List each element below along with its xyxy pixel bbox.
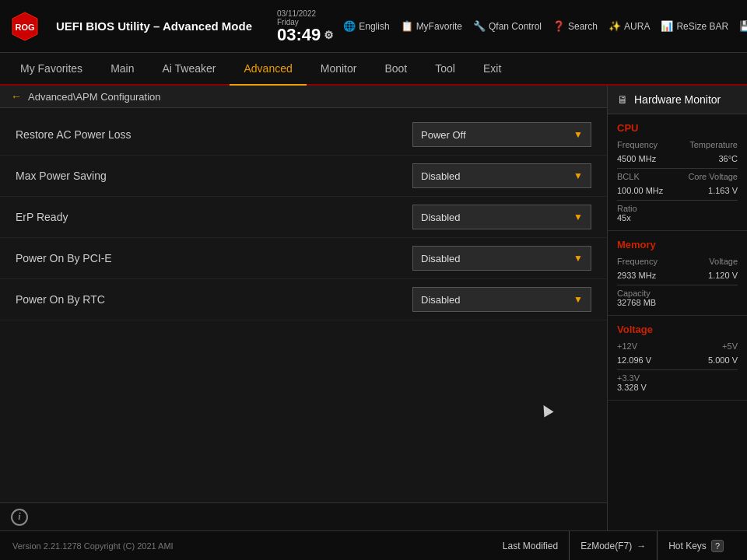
- settings-gear-icon[interactable]: ⚙: [324, 30, 334, 40]
- hw-cpu-bclk-value: 100.00 MHz: [617, 186, 663, 195]
- resizebar-icon: 📊: [661, 20, 673, 32]
- rtc-value: Disabled: [421, 294, 461, 306]
- setting-pcie-control: Disabled ▼: [412, 246, 591, 271]
- nav-aitweaker[interactable]: Ai Tweaker: [148, 53, 230, 86]
- setting-erp-control: Disabled ▼: [412, 205, 591, 229]
- restore-ac-dropdown[interactable]: Power Off ▼: [412, 122, 591, 147]
- hw-mem-cap-value: 32768 MB: [617, 298, 738, 307]
- hw-volt-12-val-row: 12.096 V 5.000 V: [617, 355, 738, 365]
- header-bar: ROG UEFI BIOS Utility – Advanced Mode 03…: [0, 0, 747, 53]
- hw-mem-freq-label: Frequency: [617, 257, 658, 266]
- hw-divider: [617, 168, 738, 169]
- hw-cpu-freq-label: Frequency: [617, 140, 658, 149]
- hotkeys-badge: ?: [711, 540, 724, 552]
- date-display: 03/11/2022 Friday: [277, 9, 334, 26]
- bios-utility-window: ROG UEFI BIOS Utility – Advanced Mode 03…: [0, 0, 747, 560]
- tool-aura[interactable]: ✨ AURA: [608, 20, 650, 32]
- breadcrumb: ← Advanced\APM Configuration: [0, 86, 607, 108]
- hw-volt-33-label: +3.3V: [617, 373, 738, 383]
- dropdown-arrow-icon: ▼: [573, 170, 583, 181]
- dropdown-arrow-icon: ▼: [573, 129, 583, 140]
- qfan-icon: 🔧: [473, 20, 486, 32]
- hw-mem-volt-value: 1.120 V: [708, 271, 738, 280]
- bottom-info-bar: i: [0, 502, 607, 530]
- breadcrumb-path: Advanced\APM Configuration: [28, 91, 161, 103]
- hw-volt-5-value: 5.000 V: [708, 355, 738, 365]
- nav-bar: My Favorites Main Ai Tweaker Advanced Mo…: [0, 53, 747, 86]
- hw-volt-12-label: +12V: [617, 341, 637, 351]
- nav-myfavorites[interactable]: My Favorites: [6, 53, 96, 86]
- tool-qfan[interactable]: 🔧 Qfan Control: [473, 20, 542, 32]
- tool-english[interactable]: 🌐 English: [343, 20, 389, 32]
- tool-memtest[interactable]: 💾 MemTest86: [739, 20, 747, 32]
- setting-restore-ac: Restore AC Power Loss Power Off ▼: [0, 114, 607, 156]
- setting-restore-ac-label: Restore AC Power Loss: [16, 128, 412, 141]
- hw-memory-title: Memory: [617, 239, 738, 250]
- setting-rtc-label: Power On By RTC: [16, 293, 412, 306]
- setting-pcie-label: Power On By PCI-E: [16, 252, 412, 264]
- tool-search[interactable]: ❓ Search: [552, 20, 598, 32]
- pcie-dropdown[interactable]: Disabled ▼: [412, 246, 591, 271]
- hw-voltage-section: Voltage +12V +5V 12.096 V 5.000 V +3.3V …: [608, 316, 747, 401]
- nav-monitor[interactable]: Monitor: [307, 53, 371, 86]
- last-modified-button[interactable]: Last Modified: [492, 531, 570, 561]
- hw-volt-5-label: +5V: [722, 341, 738, 351]
- datetime-area: 03/11/2022 Friday 03:49 ⚙: [277, 9, 334, 44]
- ezmode-button[interactable]: EzMode(F7) →: [570, 531, 658, 561]
- tool-myfavorite[interactable]: 📋 MyFavorite: [401, 20, 462, 32]
- footer-actions: Last Modified EzMode(F7) → Hot Keys ?: [492, 531, 735, 561]
- setting-erp-label: ErP Ready: [16, 211, 412, 223]
- hw-memory-section: Memory Frequency Voltage 2933 MHz 1.120 …: [608, 231, 747, 316]
- nav-boot[interactable]: Boot: [370, 53, 421, 86]
- hw-cpu-temp-label: Temperature: [689, 140, 738, 149]
- hw-cpu-ratio-value: 45x: [617, 213, 738, 222]
- nav-exit[interactable]: Exit: [469, 53, 515, 86]
- hw-cpu-title: CPU: [617, 122, 738, 134]
- erp-dropdown[interactable]: Disabled ▼: [412, 205, 591, 229]
- back-arrow-icon[interactable]: ←: [11, 90, 22, 103]
- search-icon: ❓: [552, 20, 565, 32]
- erp-value: Disabled: [421, 212, 461, 223]
- hw-monitor-header: 🖥 Hardware Monitor: [608, 86, 747, 114]
- hotkeys-button[interactable]: Hot Keys ?: [658, 531, 735, 561]
- time-display: 03:49 ⚙: [277, 26, 334, 44]
- hw-volt-12-value: 12.096 V: [617, 355, 651, 365]
- hw-mem-cap-label: Capacity: [617, 289, 738, 298]
- hw-divider: [617, 200, 738, 201]
- nav-tool[interactable]: Tool: [421, 53, 469, 86]
- ezmode-arrow-icon: →: [637, 541, 646, 551]
- myfavorite-icon: 📋: [401, 20, 413, 32]
- aura-icon: ✨: [608, 20, 621, 32]
- settings-area: Restore AC Power Loss Power Off ▼ Max Po…: [0, 108, 607, 502]
- hw-monitor-panel: 🖥 Hardware Monitor CPU Frequency Tempera…: [607, 86, 747, 530]
- hw-mem-freq-row: Frequency Voltage: [617, 257, 738, 266]
- hw-divider: [617, 285, 738, 285]
- nav-main[interactable]: Main: [96, 53, 148, 86]
- monitor-icon: 🖥: [617, 93, 628, 106]
- hw-monitor-title: Hardware Monitor: [634, 93, 721, 106]
- hw-cpu-freq-row: Frequency Temperature: [617, 140, 738, 149]
- hw-volt-33-value: 3.328 V: [617, 383, 738, 392]
- hw-cpu-bclk-label: BCLK: [617, 172, 640, 181]
- hw-mem-freq-val-row: 2933 MHz 1.120 V: [617, 271, 738, 280]
- hw-cpu-bclk-row: BCLK Core Voltage: [617, 172, 738, 181]
- memtest-icon: 💾: [739, 20, 747, 32]
- setting-restore-ac-control: Power Off ▼: [412, 122, 591, 147]
- hw-cpu-freq-val-row: 4500 MHz 36°C: [617, 154, 738, 163]
- dropdown-arrow-icon: ▼: [573, 294, 583, 305]
- setting-max-power-label: Max Power Saving: [16, 170, 412, 182]
- main-area: ← Advanced\APM Configuration Restore AC …: [0, 86, 747, 530]
- max-power-dropdown[interactable]: Disabled ▼: [412, 163, 591, 188]
- hw-mem-volt-label: Voltage: [709, 257, 738, 266]
- logo-area: ROG: [9, 11, 40, 42]
- hw-cpu-ratio-label: Ratio: [617, 204, 738, 213]
- rtc-dropdown[interactable]: Disabled ▼: [412, 287, 591, 312]
- hw-mem-freq-value: 2933 MHz: [617, 271, 656, 280]
- setting-rtc-control: Disabled ▼: [412, 287, 591, 312]
- header-tools: 🌐 English 📋 MyFavorite 🔧 Qfan Control ❓ …: [343, 20, 747, 32]
- hw-volt-12-row: +12V +5V: [617, 341, 738, 351]
- nav-advanced[interactable]: Advanced: [230, 53, 306, 86]
- hw-cpu-freq-value: 4500 MHz: [617, 154, 656, 163]
- hw-divider: [617, 369, 738, 370]
- tool-resizebar[interactable]: 📊 ReSize BAR: [661, 20, 728, 32]
